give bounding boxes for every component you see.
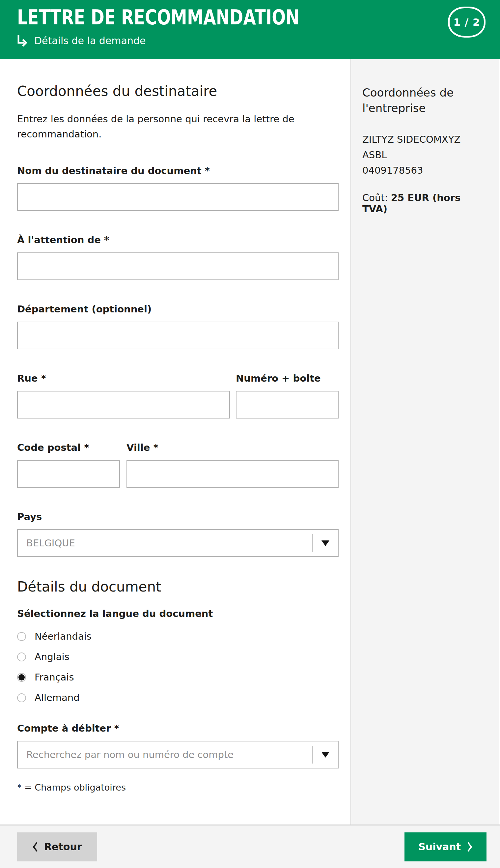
- radio-circle-icon: [17, 632, 26, 641]
- cost-label: Coût:: [362, 192, 388, 203]
- radio-label: Français: [35, 672, 74, 683]
- department-input[interactable]: [17, 322, 339, 349]
- form-content: Coordonnées du destinataire Entrez les d…: [0, 59, 351, 824]
- step-indicator-text: 1 / 2: [453, 16, 480, 28]
- radio-option-francais[interactable]: Français: [17, 667, 339, 687]
- field-account: Compte à débiter *: [17, 722, 339, 768]
- postal-city-row: Code postal * Ville *: [17, 442, 339, 488]
- field-street: Rue *: [17, 372, 230, 418]
- select-divider: [312, 534, 313, 552]
- country-label: Pays: [17, 511, 339, 523]
- caret-down-icon: [321, 540, 329, 546]
- substep-label: Détails de la demande: [34, 35, 146, 46]
- radio-circle-icon: [17, 694, 26, 702]
- country-selected-value: BELGIQUE: [26, 538, 75, 549]
- radio-option-allemand[interactable]: Allemand: [17, 687, 339, 708]
- department-label: Département (optionnel): [17, 303, 339, 315]
- field-postal-code: Code postal *: [17, 442, 120, 488]
- field-recipient-name: Nom du destinataire du document *: [17, 165, 339, 211]
- radio-circle-icon: [17, 653, 26, 661]
- radio-option-anglais[interactable]: Anglais: [17, 646, 339, 667]
- attention-input[interactable]: [17, 252, 339, 280]
- street-number-row: Rue * Numéro + boite: [17, 372, 339, 418]
- city-input[interactable]: [126, 460, 339, 488]
- street-input[interactable]: [17, 391, 230, 418]
- main-layout: Coordonnées du destinataire Entrez les d…: [0, 59, 500, 824]
- down-right-arrow-icon: [16, 34, 29, 47]
- next-button-label: Suivant: [418, 841, 461, 853]
- footer: Retour Suivant: [0, 824, 500, 868]
- field-number-box: Numéro + boite: [236, 372, 339, 418]
- field-department: Département (optionnel): [17, 303, 339, 349]
- page-title: LETTRE DE RECOMMANDATION: [17, 5, 299, 29]
- sidebar-heading: Coordonnées de l'entreprise: [362, 85, 474, 116]
- select-divider: [312, 746, 313, 764]
- number-box-input[interactable]: [236, 391, 339, 418]
- account-search-input[interactable]: [26, 749, 302, 760]
- country-select[interactable]: BELGIQUE: [17, 529, 339, 557]
- caret-down-icon: [321, 752, 329, 758]
- recipient-section-description: Entrez les données de la personne qui re…: [17, 111, 300, 142]
- recipient-section-heading: Coordonnées du destinataire: [17, 82, 339, 101]
- field-language: Sélectionnez la langue du document Néerl…: [17, 608, 339, 708]
- company-name: ZILTYZ SIDECOMXYZ ASBL: [362, 132, 474, 163]
- field-country: Pays BELGIQUE: [17, 511, 339, 557]
- radio-label: Allemand: [35, 692, 80, 703]
- language-radio-group: Néerlandais Anglais Français Allemand: [17, 626, 339, 708]
- radio-label: Anglais: [35, 651, 69, 662]
- company-number: 0409178563: [362, 163, 474, 178]
- document-section-heading: Détails du document: [17, 577, 339, 596]
- recipient-name-label: Nom du destinataire du document *: [17, 165, 339, 177]
- account-label: Compte à débiter *: [17, 722, 339, 734]
- radio-option-neerlandais[interactable]: Néerlandais: [17, 626, 339, 646]
- company-sidebar: Coordonnées de l'entreprise ZILTYZ SIDEC…: [351, 59, 499, 824]
- chevron-left-icon: [32, 842, 38, 852]
- next-button[interactable]: Suivant: [405, 832, 487, 861]
- recipient-name-input[interactable]: [17, 183, 339, 211]
- company-info: ZILTYZ SIDECOMXYZ ASBL 0409178563: [362, 132, 474, 178]
- back-button[interactable]: Retour: [17, 832, 97, 861]
- account-combobox[interactable]: [17, 741, 339, 768]
- city-label: Ville *: [126, 442, 339, 453]
- cost-line: Coût: 25 EUR (hors TVA): [362, 192, 474, 215]
- field-attention: À l'attention de *: [17, 234, 339, 280]
- step-indicator-badge: 1 / 2: [448, 7, 486, 37]
- chevron-right-icon: [467, 842, 473, 852]
- back-button-label: Retour: [44, 841, 82, 853]
- radio-label: Néerlandais: [35, 631, 92, 642]
- street-label: Rue *: [17, 372, 230, 384]
- language-group-label: Sélectionnez la langue du document: [17, 608, 339, 620]
- postal-code-label: Code postal *: [17, 442, 120, 453]
- header: LETTRE DE RECOMMANDATION Détails de la d…: [0, 0, 500, 59]
- required-fields-note: * = Champs obligatoires: [17, 782, 339, 792]
- breadcrumb: Détails de la demande: [16, 34, 146, 47]
- field-city: Ville *: [126, 442, 339, 488]
- number-box-label: Numéro + boite: [236, 372, 339, 384]
- postal-code-input[interactable]: [17, 460, 120, 488]
- attention-label: À l'attention de *: [17, 234, 339, 246]
- radio-circle-selected-icon: [17, 673, 26, 682]
